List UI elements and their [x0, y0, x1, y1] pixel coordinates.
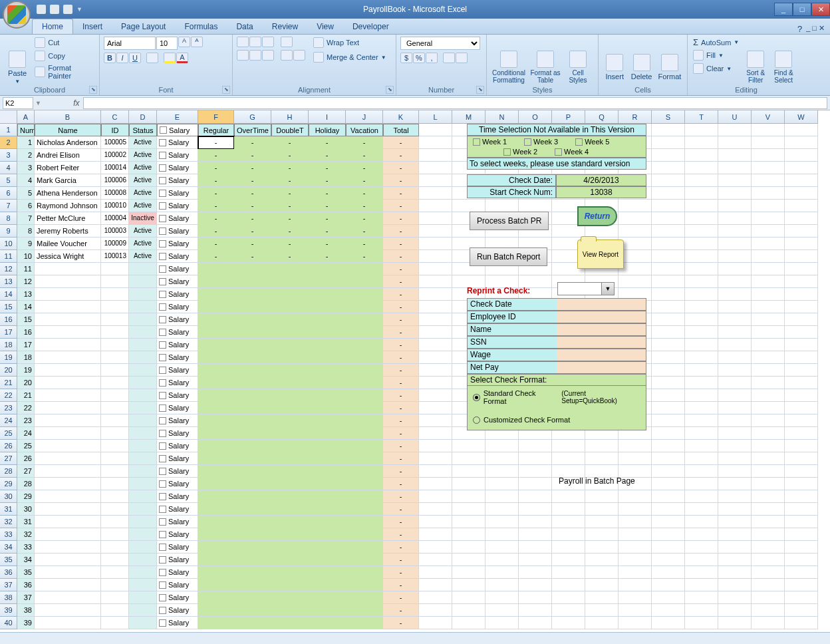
- percent-icon[interactable]: %: [413, 53, 425, 63]
- cell-status[interactable]: [129, 288, 157, 301]
- cell-time[interactable]: [198, 440, 234, 452]
- col-header-E[interactable]: E: [157, 110, 198, 124]
- cell-time[interactable]: [346, 263, 383, 275]
- cell-time[interactable]: [198, 490, 234, 503]
- italic-icon[interactable]: I: [116, 53, 128, 63]
- cell-time[interactable]: [309, 554, 346, 566]
- font-size-combo[interactable]: [156, 37, 178, 50]
- row-header-12[interactable]: 12: [0, 263, 17, 275]
- cell-name[interactable]: [35, 389, 101, 402]
- cell-num[interactable]: 22: [17, 402, 35, 414]
- cell-time[interactable]: [346, 554, 383, 566]
- salary-checkbox[interactable]: Salary: [157, 617, 198, 629]
- header-salary[interactable]: Salary: [157, 124, 198, 136]
- row-header-38[interactable]: 38: [0, 591, 17, 604]
- cell-time[interactable]: [198, 377, 234, 389]
- cell-status[interactable]: [129, 389, 157, 402]
- cell-time[interactable]: [309, 528, 346, 541]
- cell-status[interactable]: [129, 554, 157, 566]
- cell-name[interactable]: [35, 364, 101, 377]
- font-color-icon[interactable]: A: [176, 53, 188, 63]
- cell-time[interactable]: -: [198, 187, 234, 200]
- cell-time[interactable]: [309, 364, 346, 377]
- standard-format-radio[interactable]: Standard Check Format (Current Setup=Qui…: [468, 387, 646, 407]
- cell-status[interactable]: [129, 541, 157, 554]
- cell-status[interactable]: Active: [129, 174, 157, 187]
- cell-time[interactable]: [198, 478, 234, 490]
- cell-time[interactable]: [271, 617, 309, 629]
- cell-time[interactable]: [271, 377, 309, 389]
- office-button[interactable]: [3, 1, 31, 29]
- cell-num[interactable]: 13: [17, 288, 35, 301]
- decrease-decimal-icon[interactable]: [456, 53, 468, 63]
- cell-time[interactable]: [346, 591, 383, 604]
- cell-name[interactable]: [35, 503, 101, 516]
- col-header-D[interactable]: D: [129, 110, 157, 124]
- cut-button[interactable]: Cut: [33, 37, 95, 49]
- salary-checkbox[interactable]: Salary: [157, 402, 198, 414]
- cell-time[interactable]: -: [271, 149, 309, 162]
- undo-icon[interactable]: [50, 5, 59, 14]
- cell-name[interactable]: [35, 301, 101, 313]
- cell-num[interactable]: 36: [17, 579, 35, 591]
- cell-time[interactable]: [309, 326, 346, 339]
- cell-status[interactable]: [129, 516, 157, 528]
- cell-status[interactable]: [129, 528, 157, 541]
- row-header-3[interactable]: 3: [0, 149, 17, 162]
- cell-time[interactable]: [346, 503, 383, 516]
- cell-id[interactable]: [101, 263, 129, 275]
- cell-time[interactable]: [309, 452, 346, 465]
- reprint-check-combo[interactable]: [557, 282, 615, 295]
- cell-time[interactable]: -: [309, 136, 346, 149]
- cell-num[interactable]: 34: [17, 554, 35, 566]
- cell-time[interactable]: -: [198, 200, 234, 212]
- horizontal-scrollbar[interactable]: [0, 632, 830, 644]
- view-report-button[interactable]: View Report: [577, 240, 624, 269]
- cell-time[interactable]: [198, 301, 234, 313]
- cell-id[interactable]: [101, 364, 129, 377]
- cell-total[interactable]: -: [383, 313, 419, 326]
- cell-name[interactable]: [35, 465, 101, 478]
- wrap-text-button[interactable]: Wrap Text: [312, 37, 388, 49]
- salary-checkbox[interactable]: Salary: [157, 351, 198, 364]
- salary-checkbox[interactable]: Salary: [157, 478, 198, 490]
- cell-time[interactable]: [198, 275, 234, 288]
- cell-time[interactable]: [271, 313, 309, 326]
- cell-id[interactable]: [101, 414, 129, 427]
- cell-status[interactable]: [129, 402, 157, 414]
- cell-status[interactable]: [129, 579, 157, 591]
- cell-time[interactable]: -: [346, 238, 383, 250]
- cell-status[interactable]: Active: [129, 162, 157, 174]
- cell-time[interactable]: -: [198, 225, 234, 238]
- cell-status[interactable]: [129, 275, 157, 288]
- cell-time[interactable]: [309, 478, 346, 490]
- cell-time[interactable]: [346, 414, 383, 427]
- row-header-5[interactable]: 5: [0, 174, 17, 187]
- cell-time[interactable]: [346, 288, 383, 301]
- cell-total[interactable]: -: [383, 478, 419, 490]
- cell-time[interactable]: -: [271, 225, 309, 238]
- cell-num[interactable]: 2: [17, 149, 35, 162]
- cell-time[interactable]: [234, 351, 271, 364]
- cell-time[interactable]: -: [234, 162, 271, 174]
- cell-id[interactable]: [101, 528, 129, 541]
- cell-num[interactable]: 30: [17, 503, 35, 516]
- grow-font-icon[interactable]: A: [178, 37, 190, 47]
- cell-num[interactable]: 19: [17, 364, 35, 377]
- cell-num[interactable]: 28: [17, 478, 35, 490]
- align-center-icon[interactable]: [249, 50, 261, 61]
- cell-name[interactable]: Mailee Voucher: [35, 238, 101, 250]
- cell-time[interactable]: [309, 414, 346, 427]
- col-header-N[interactable]: N: [485, 110, 519, 124]
- col-header-O[interactable]: O: [519, 110, 552, 124]
- cell-time[interactable]: -: [309, 225, 346, 238]
- cell-total[interactable]: -: [383, 162, 419, 174]
- cell-num[interactable]: 17: [17, 339, 35, 351]
- row-header-22[interactable]: 22: [0, 389, 17, 402]
- cell-status[interactable]: [129, 364, 157, 377]
- row-header-17[interactable]: 17: [0, 326, 17, 339]
- col-header-F[interactable]: F: [198, 110, 234, 124]
- cell-time[interactable]: [309, 579, 346, 591]
- cell-name[interactable]: [35, 566, 101, 579]
- cell-total[interactable]: -: [383, 591, 419, 604]
